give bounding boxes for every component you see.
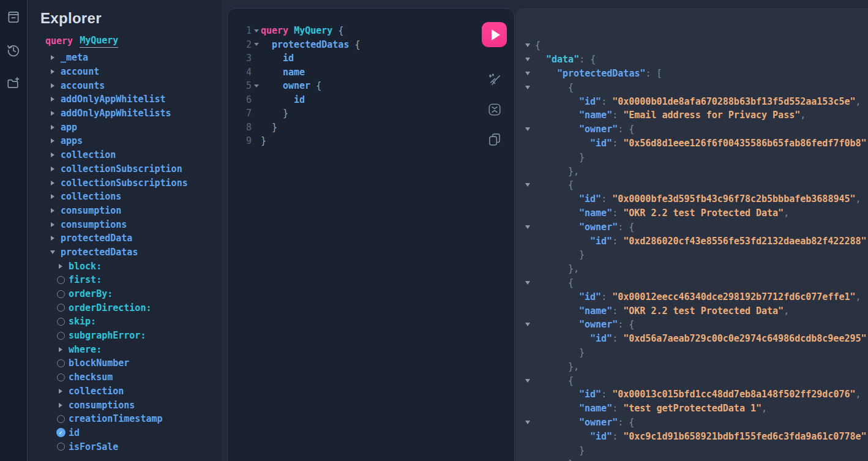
response-line-text: "protectedDatas": [ [535,68,662,79]
tree-item[interactable]: where: [28,342,222,356]
fold-triangle-icon[interactable] [525,58,530,61]
tree-item[interactable]: protectedData [28,231,222,245]
tree-item[interactable]: addOnlyAppWhitelist [28,92,222,107]
tree-item-control[interactable] [56,347,65,352]
editor-line[interactable]: 8} [228,121,514,135]
tree-item[interactable]: consumption [28,204,222,218]
fold-triangle-icon[interactable] [525,281,530,285]
tree-item-control[interactable] [48,111,58,116]
fold-triangle-icon[interactable] [525,421,530,424]
fold-caret-icon[interactable] [254,84,259,88]
tree-item-control[interactable] [48,97,58,102]
tree-item-control[interactable] [48,125,58,130]
response-line-text: "id": "0xd286020cf43e8556fe53fd2132daeab… [535,236,867,247]
tree-item-control[interactable] [56,373,65,381]
folder-plus-icon[interactable] [6,75,21,91]
response-line-text: "owner": { [535,124,634,135]
tree-item[interactable]: isForSale [28,440,222,454]
response-line-text: }, [535,263,579,274]
tree-item-control[interactable] [56,318,65,326]
tree-item-control[interactable] [48,55,58,60]
merge-fragments-icon[interactable] [487,102,502,117]
tree-item-control[interactable] [56,359,65,367]
tree-item-control[interactable] [48,69,58,74]
tree-item[interactable]: app [28,120,222,134]
fold-triangle-icon[interactable] [525,86,530,89]
radio-icon [57,332,65,340]
tree-item[interactable]: ✓id [28,426,222,440]
response-line-text: "name": "Email address for Privacy Pass"… [535,110,806,121]
tree-item[interactable]: collections [28,190,222,204]
editor-line[interactable]: 4name [228,66,514,80]
fold-caret-icon[interactable] [254,29,259,32]
tree-item[interactable]: addOnlyAppWhitelists [28,107,222,121]
tree-item[interactable]: skip: [28,315,222,329]
tree-item-control[interactable] [56,290,65,298]
editor-line[interactable]: 9} [228,134,514,148]
tree-item-control[interactable] [56,415,65,423]
fold-triangle-icon[interactable] [525,183,530,187]
tree-item[interactable]: subgraphError: [28,329,222,343]
tree-item[interactable]: collection [28,384,222,399]
tree-item-control[interactable] [48,181,58,186]
tree-item-control[interactable] [48,83,58,88]
tree-item[interactable]: collection [28,148,222,162]
tree-item-control[interactable] [48,194,58,199]
tree-item-control[interactable] [56,389,65,394]
fold-triangle-icon[interactable] [525,43,530,47]
fold-triangle-icon[interactable] [525,127,530,131]
tree-item-control[interactable] [56,264,65,269]
tree-item[interactable]: apps [28,134,222,148]
line-number: 6 [228,94,252,105]
tree-item[interactable]: blockNumber [28,356,222,370]
history-icon[interactable] [6,42,21,58]
editor-line[interactable]: 6id [228,93,514,107]
tree-item[interactable]: collectionSubscriptions [28,176,222,190]
fold-triangle-icon[interactable] [525,379,530,383]
fold-caret-icon[interactable] [254,43,259,46]
tree-item-control[interactable] [56,276,65,284]
tree-item-control[interactable] [48,152,58,157]
operation-name-input[interactable]: MyQuery [80,35,118,48]
editor-line[interactable]: 3id [228,51,514,66]
tree-item-control[interactable] [56,332,65,340]
tree-item-control[interactable] [48,250,58,254]
tree-item-control[interactable] [56,443,65,451]
fold-triangle-icon[interactable] [525,72,530,75]
execute-button[interactable] [482,22,507,47]
tree-item-label: collectionSubscription [61,163,182,174]
tree-item[interactable]: accounts [28,78,222,92]
editor-line[interactable]: 7} [228,107,514,121]
tree-item-control[interactable] [48,167,58,171]
tree-item[interactable]: orderBy: [28,287,222,301]
editor-line[interactable]: 1query MyQuery { [228,24,514,38]
tree-item-control[interactable] [48,138,58,143]
fold-triangle-icon[interactable] [525,225,530,229]
tree-item-control[interactable] [48,222,58,227]
editor-line[interactable]: 5owner { [228,79,514,93]
tree-item-control[interactable] [56,403,65,408]
tree-item[interactable]: consumptions [28,398,222,412]
tree-item[interactable]: block: [28,259,222,273]
tree-item-control[interactable] [48,236,58,241]
tree-item[interactable]: account [28,65,222,79]
prettify-icon[interactable] [487,73,502,88]
fold-triangle-icon[interactable] [525,323,530,326]
tree-item-control[interactable]: ✓ [56,428,65,437]
tree-item[interactable]: _meta [28,51,222,65]
tree-item[interactable]: consumptions [28,217,222,231]
tree-item[interactable]: orderDirection: [28,301,222,315]
tree-item-control[interactable] [48,208,58,213]
docs-icon[interactable] [6,9,21,25]
copy-query-icon[interactable] [487,132,502,146]
tree-item[interactable]: checksum [28,370,222,384]
fold-gutter [523,379,532,383]
editor-line[interactable]: 2protectedDatas { [228,38,514,52]
tree-item[interactable]: creationTimestamp [28,412,222,426]
chevron-right-icon [51,138,54,143]
tree-item-control[interactable] [56,304,65,312]
tree-item[interactable]: collectionSubscription [28,162,222,176]
tree-item[interactable]: protectedDatas [28,245,222,260]
tree-item[interactable]: first: [28,273,222,287]
query-editor[interactable]: 1query MyQuery {2protectedDatas {3id4nam… [228,9,514,148]
